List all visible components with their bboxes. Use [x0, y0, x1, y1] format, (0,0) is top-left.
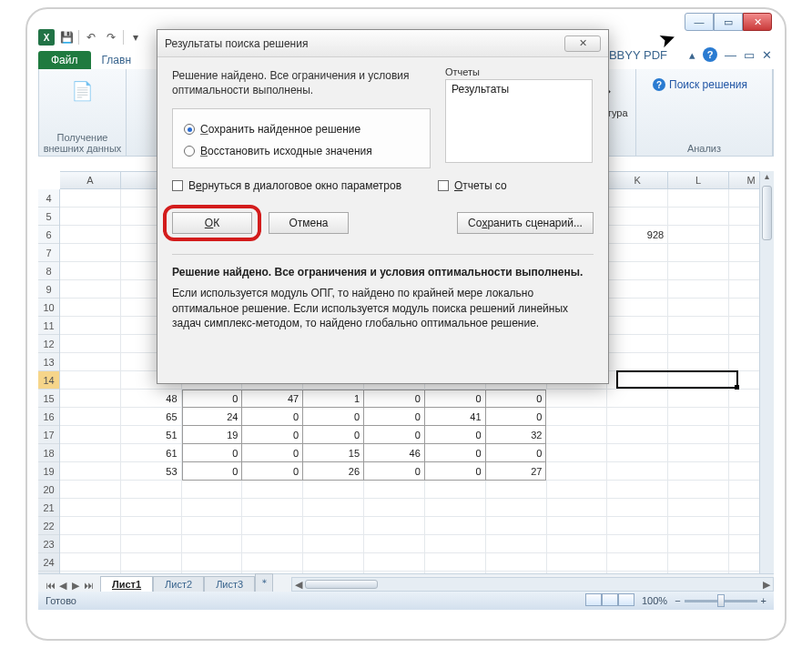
cell[interactable] [425, 517, 486, 535]
window-maximize[interactable]: ▭ [714, 13, 743, 31]
cell[interactable]: 0 [182, 390, 243, 408]
row-header[interactable]: 5 [38, 208, 59, 226]
cell[interactable] [121, 535, 182, 553]
cell[interactable]: 1 [303, 390, 364, 408]
cell[interactable] [607, 390, 668, 408]
cell[interactable] [668, 226, 729, 244]
cell[interactable] [607, 462, 668, 481]
row-header[interactable]: 21 [38, 499, 59, 517]
dialog-titlebar[interactable]: Результаты поиска решения ✕ [157, 30, 608, 57]
cell[interactable]: 0 [425, 390, 486, 408]
sheet-tab-3[interactable]: Лист3 [204, 576, 255, 592]
cell[interactable] [60, 390, 121, 408]
cell[interactable] [60, 317, 121, 335]
cell[interactable]: 53 [121, 462, 182, 481]
row-header[interactable]: 12 [38, 335, 59, 353]
cell[interactable] [486, 499, 547, 517]
cell[interactable] [547, 499, 608, 517]
cell[interactable] [607, 371, 668, 390]
qat-undo-icon[interactable]: ↶ [83, 29, 99, 46]
cell[interactable]: 0 [486, 444, 547, 462]
cell[interactable]: 0 [242, 408, 303, 426]
zoom-label[interactable]: 100% [642, 595, 667, 606]
cell[interactable] [242, 517, 303, 535]
cell[interactable] [546, 462, 607, 481]
row-header[interactable]: 7 [38, 244, 59, 262]
cell[interactable]: 0 [425, 444, 486, 462]
cell[interactable] [668, 208, 729, 226]
zoom-slider[interactable]: −+ [675, 595, 766, 606]
get-external-data-button[interactable]: 📄 [68, 73, 97, 106]
col-header[interactable]: A [60, 172, 121, 188]
radio-restore-values[interactable]: Восстановить исходные значения [184, 140, 419, 162]
cell[interactable]: 0 [242, 444, 303, 462]
cell[interactable]: 928 [607, 226, 668, 244]
radio-keep-solution[interactable]: ССохранить найденное решениеохранить най… [184, 118, 419, 140]
cell[interactable] [607, 426, 668, 444]
cell[interactable] [668, 426, 729, 444]
row-header[interactable]: 17 [38, 426, 59, 444]
cell[interactable] [668, 408, 729, 426]
save-scenario-button[interactable]: Сохранить сценарий... [457, 212, 594, 234]
cancel-button[interactable]: Отмена [269, 212, 349, 234]
cell[interactable] [121, 499, 182, 517]
ribbon-tab-abbyy[interactable]: ABBYY PDF [601, 48, 667, 62]
cell[interactable] [182, 481, 243, 499]
cell[interactable] [607, 317, 668, 335]
cell[interactable] [60, 444, 121, 462]
cell[interactable] [60, 408, 121, 426]
cell[interactable]: 27 [486, 462, 547, 481]
cell[interactable] [121, 481, 182, 499]
cell[interactable] [364, 481, 425, 499]
checkbox-return-dialog[interactable]: Вернуться в диалоговое окно параметров [172, 179, 401, 192]
cell[interactable] [607, 553, 668, 572]
cell[interactable] [668, 535, 729, 553]
cell[interactable] [546, 390, 607, 408]
cell[interactable] [668, 553, 729, 572]
cell[interactable]: 19 [182, 426, 243, 444]
dialog-close-button[interactable]: ✕ [564, 35, 601, 52]
cell[interactable] [668, 335, 729, 353]
view-buttons[interactable] [585, 593, 634, 608]
cell[interactable] [60, 517, 121, 535]
cell[interactable]: 0 [182, 462, 243, 481]
cell[interactable] [182, 553, 243, 572]
cell[interactable]: 51 [121, 426, 182, 444]
ok-button[interactable]: ОК [172, 212, 252, 234]
cell[interactable] [486, 553, 547, 572]
cell[interactable] [546, 426, 607, 444]
subwindow-close[interactable]: ✕ [762, 48, 772, 62]
qat-save-icon[interactable]: 💾 [58, 29, 75, 46]
cell[interactable] [364, 499, 425, 517]
cell[interactable] [546, 408, 607, 426]
cell[interactable] [607, 408, 668, 426]
cell[interactable] [607, 499, 668, 517]
cell[interactable] [60, 462, 121, 481]
row-header[interactable]: 16 [38, 408, 59, 426]
cell[interactable]: 24 [182, 408, 243, 426]
cell[interactable] [607, 353, 668, 371]
cell[interactable]: 0 [364, 462, 425, 481]
sheet-tab-1[interactable]: Лист1 [100, 576, 153, 592]
horizontal-scrollbar[interactable]: ◀▶ [291, 577, 774, 592]
cell[interactable] [486, 481, 547, 499]
new-sheet-button[interactable]: ＊ [255, 573, 273, 592]
row-header[interactable]: 14 [38, 371, 59, 390]
cell[interactable] [242, 481, 303, 499]
cell[interactable]: 46 [364, 444, 425, 462]
checkbox-outline-reports[interactable]: Отчеты со [438, 179, 507, 192]
cell[interactable] [425, 499, 486, 517]
cell[interactable] [425, 481, 486, 499]
row-header[interactable]: 20 [38, 481, 59, 499]
row-header[interactable]: 23 [38, 535, 59, 553]
cell[interactable] [668, 262, 729, 280]
row-header[interactable]: 4 [38, 189, 59, 208]
scrollbar-thumb[interactable] [305, 580, 378, 589]
cell[interactable] [668, 317, 729, 335]
cell[interactable] [547, 553, 608, 572]
cell[interactable]: 0 [364, 390, 425, 408]
cell[interactable] [60, 535, 121, 553]
cell[interactable]: 61 [121, 444, 182, 462]
row-header[interactable]: 11 [38, 317, 59, 335]
cell[interactable] [121, 553, 182, 572]
